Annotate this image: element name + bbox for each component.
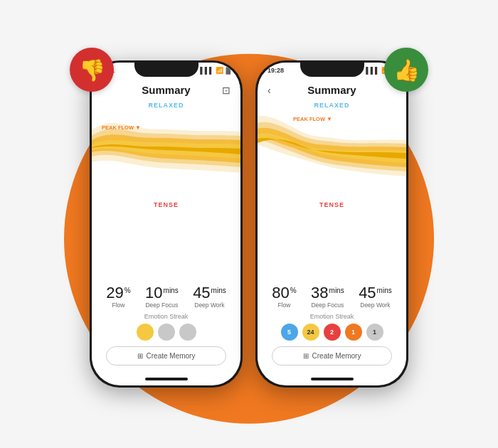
emotion-section-right: Emotion Streak 5 24 2 1 1: [258, 311, 406, 343]
emotion-dots-left: [99, 324, 233, 341]
stat-flow-value-right: 80%: [272, 285, 296, 301]
create-memory-label-left: Create Memory: [147, 352, 196, 360]
emotion-title-right: Emotion Streak: [265, 313, 399, 320]
wave-chart-left: [92, 109, 240, 194]
emotion-dot-right-0: 5: [281, 324, 298, 341]
emotion-dot-left-0: [137, 324, 154, 341]
stats-row-left: 29% Flow 10mins Deep Focus 45mins: [92, 281, 240, 311]
create-memory-btn-left[interactable]: ⊞ Create Memory: [106, 346, 226, 366]
emotion-section-left: Emotion Streak: [92, 311, 240, 343]
stat-deepfocus-right: 38mins Deep Focus: [311, 285, 344, 309]
phone-left-header: Summary ⊡: [92, 82, 240, 99]
phone-left: 9:41 ▌▌▌ 📶 ▓ Summary ⊡ RELAXED: [90, 60, 243, 388]
memory-icon-right: ⊞: [303, 352, 309, 360]
battery-left: ▓: [226, 67, 231, 74]
wifi-left: 📶: [216, 67, 223, 74]
emotion-dot-right-4: 1: [366, 324, 383, 341]
stat-flow-right: 80% Flow: [272, 285, 296, 309]
stats-row-right: 80% Flow 38mins Deep Focus 45mins: [258, 281, 406, 311]
label-relaxed-right: RELAXED: [258, 99, 406, 109]
thumb-up-icon: 👍: [384, 48, 428, 92]
stat-deepfocus-left: 10mins Deep Focus: [145, 285, 179, 309]
stat-deepfocus-label-left: Deep Focus: [145, 302, 178, 309]
label-relaxed-left: RELAXED: [92, 99, 240, 109]
emotion-dot-right-1: 24: [302, 324, 319, 341]
header-title-right: Summary: [307, 84, 356, 96]
emotion-title-left: Emotion Streak: [99, 313, 233, 320]
emotion-dot-right-3: 1: [345, 324, 362, 341]
emotion-dot-left-2: [179, 324, 196, 341]
header-back-right[interactable]: ‹: [267, 85, 271, 96]
phone-bottom-right: [258, 373, 406, 385]
stat-flow-left: 29% Flow: [106, 285, 130, 309]
phone-bottom-left: [92, 373, 240, 385]
phone-left-top: 9:41 ▌▌▌ 📶 ▓: [92, 63, 240, 82]
scene: 👎 👍 9:41 ▌▌▌ 📶 ▓ Su: [90, 60, 408, 388]
stat-deepwork-label-left: Deep Work: [194, 302, 224, 309]
create-memory-label-right: Create Memory: [312, 352, 361, 360]
stat-deepwork-value-left: 45mins: [193, 285, 226, 301]
stat-deepfocus-value-right: 38mins: [311, 285, 344, 301]
phone-right-header: ‹ Summary: [258, 82, 406, 99]
stat-deepwork-left: 45mins Deep Work: [193, 285, 226, 309]
label-peak-flow-right: PEAK FLOW ▼: [293, 116, 332, 122]
memory-icon-left: ⊞: [137, 352, 143, 360]
home-bar-left: [145, 378, 188, 380]
phones-wrapper: 👎 👍 9:41 ▌▌▌ 📶 ▓ Su: [90, 60, 408, 388]
phone-right-inner: 19:28 ▌▌▌ 📶 ▓ ‹ Summary RELAXED: [258, 63, 406, 385]
stat-flow-label-right: Flow: [277, 302, 290, 309]
label-peak-flow-left: PEAK FLOW ▼: [102, 124, 141, 131]
signal-right: ▌▌▌: [366, 67, 379, 74]
phone-right: 19:28 ▌▌▌ 📶 ▓ ‹ Summary RELAXED: [255, 60, 408, 388]
thumb-down-icon: 👎: [70, 48, 114, 92]
create-memory-btn-right[interactable]: ⊞ Create Memory: [272, 346, 392, 366]
stat-deepwork-right: 45mins Deep Work: [359, 285, 392, 309]
emotion-dot-right-2: 2: [324, 324, 341, 341]
stat-deepwork-label-right: Deep Work: [360, 302, 390, 309]
chart-area-left: RELAXED PEAK FLOW ▼: [92, 99, 240, 281]
header-title-left: Summary: [142, 84, 190, 96]
status-bar-left: 9:41 ▌▌▌ 📶 ▓: [92, 64, 240, 74]
stat-deepwork-value-right: 45mins: [359, 285, 392, 301]
stat-flow-value-left: 29%: [106, 285, 130, 301]
header-icon-left[interactable]: ⊡: [222, 85, 231, 96]
status-time-right: 19:28: [267, 67, 284, 74]
stat-deepfocus-label-right: Deep Focus: [311, 302, 344, 309]
label-tense-left: TENSE: [92, 201, 240, 211]
emotion-dot-left-1: [158, 324, 175, 341]
home-bar-right: [311, 378, 354, 380]
signal-left: ▌▌▌: [200, 67, 213, 74]
label-tense-right: TENSE: [258, 201, 406, 211]
stat-flow-label-left: Flow: [112, 302, 124, 309]
phone-left-inner: 9:41 ▌▌▌ 📶 ▓ Summary ⊡ RELAXED: [92, 63, 240, 385]
stat-deepfocus-value-left: 10mins: [145, 285, 179, 301]
emotion-dots-right: 5 24 2 1 1: [265, 324, 399, 341]
status-right-left: ▌▌▌ 📶 ▓: [200, 67, 231, 74]
chart-area-right: RELAXED PEAK FLOW ▼: [258, 99, 406, 281]
